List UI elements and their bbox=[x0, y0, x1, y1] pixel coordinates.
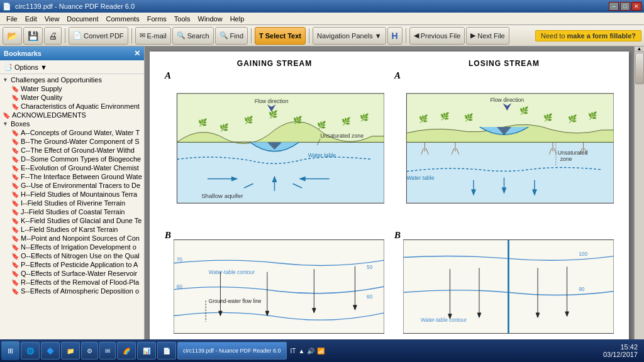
sidebar-item-water-supply[interactable]: 🔖 Water Supply bbox=[0, 84, 144, 93]
taskbar-icon-powerpoint[interactable]: 📊 bbox=[137, 342, 156, 359]
sidebar-item-aquatic[interactable]: 🔖 Characteristics of Aquatic Environment bbox=[0, 102, 144, 111]
sidebar-item-label: D--Some Common Types of Biogeoche bbox=[21, 155, 141, 163]
sidebar-item-label: G--Use of Environmental Tracers to De bbox=[21, 182, 140, 189]
taskbar-icon-pdf[interactable]: 📄 bbox=[157, 342, 176, 359]
minimize-button[interactable]: – bbox=[609, 2, 619, 11]
sidebar-item-box-p[interactable]: 🔖 P--Effects of Pesticide Application to… bbox=[0, 260, 144, 269]
scroll-up-button[interactable]: ▲ bbox=[635, 47, 644, 52]
h-button[interactable]: H bbox=[387, 27, 402, 45]
sidebar-item-boxes[interactable]: ▼ Boxes bbox=[0, 119, 144, 128]
sidebar-item-label: J--Field Studies of Coastal Terrain bbox=[21, 208, 125, 216]
select-text-button[interactable]: T Select Text bbox=[255, 27, 306, 45]
menu-help[interactable]: Help bbox=[226, 14, 248, 24]
page-icon: 🔖 bbox=[11, 235, 19, 242]
menu-view[interactable]: View bbox=[41, 14, 64, 24]
taskbar-icon-edge[interactable]: 🔷 bbox=[41, 342, 60, 359]
sidebar-item-challenges[interactable]: ▼ Challenges and Opportunities bbox=[0, 75, 144, 84]
sidebar-item-box-m[interactable]: 🔖 M--Point and Nonpoint Sources of Con bbox=[0, 234, 144, 243]
svg-text:50: 50 bbox=[367, 264, 373, 270]
page-icon: 🔖 bbox=[11, 94, 19, 101]
svg-text:70: 70 bbox=[177, 256, 183, 263]
sidebar-item-box-q[interactable]: 🔖 Q--Effects of Surface-Water Reservoir bbox=[0, 269, 144, 278]
expand-tray-icon[interactable]: ▲ bbox=[298, 348, 304, 354]
next-file-button[interactable]: ▶ Next File bbox=[466, 27, 509, 45]
sidebar-close-button[interactable]: ✕ bbox=[134, 49, 140, 58]
search-button[interactable]: 🔍 Search bbox=[172, 27, 214, 45]
taskbar-icon-settings[interactable]: ⚙ bbox=[81, 342, 98, 359]
taskbar-clock[interactable]: 15:42 03/12/2017 bbox=[603, 343, 643, 358]
svg-text:Flow direction: Flow direction bbox=[490, 97, 524, 103]
sidebar-item-box-i[interactable]: 🔖 I--Field Studies of Riverine Terrain bbox=[0, 199, 144, 207]
taskbar-icon-chrome[interactable]: 🌈 bbox=[117, 342, 136, 359]
svg-text:🌿: 🌿 bbox=[269, 110, 278, 119]
sidebar-item-box-h[interactable]: 🔖 H--Field Studies of Mountainous Terra bbox=[0, 190, 144, 199]
sidebar-item-box-l[interactable]: 🔖 L--Field Studies of Karst Terrain bbox=[0, 225, 144, 234]
email-button[interactable]: ✉ E-mail bbox=[135, 27, 171, 45]
open-button[interactable]: 📂 bbox=[3, 27, 22, 45]
navigation-panels-button[interactable]: Navigation Panels ▼ bbox=[313, 27, 386, 45]
sidebar-item-label: Boxes bbox=[11, 120, 30, 128]
previous-file-button[interactable]: ◀ Previous File bbox=[409, 27, 465, 45]
taskbar-icon-ie[interactable]: 🌐 bbox=[21, 342, 40, 359]
convert-pdf-button[interactable]: 📄 Convert PDF bbox=[69, 27, 128, 45]
select-text-label: Select Text bbox=[265, 32, 301, 40]
page-icon: 🔖 bbox=[3, 112, 10, 119]
menu-window[interactable]: Window bbox=[194, 14, 226, 24]
page-icon: 🔖 bbox=[11, 279, 19, 286]
sidebar-item-box-n[interactable]: 🔖 N--Effects of Irrigation Development o bbox=[0, 243, 144, 251]
menu-document[interactable]: Document bbox=[63, 14, 102, 24]
start-button[interactable]: ⊞ bbox=[1, 341, 19, 360]
menu-forms[interactable]: Forms bbox=[143, 14, 170, 24]
taskbar: ⊞ 🌐 🔷 📁 ⚙ ✉ 🌈 📊 📄 circ1139.pdf - Nuance … bbox=[0, 339, 644, 362]
sidebar-item-box-s[interactable]: 🔖 S--Effects of Atmospheric Deposition o bbox=[0, 287, 144, 295]
sidebar-item-box-r[interactable]: 🔖 R--Effects of the Removal of Flood-Pla bbox=[0, 278, 144, 287]
save-button[interactable]: 💾 bbox=[23, 27, 43, 45]
vertical-scrollbar[interactable]: ▲ ▼ bbox=[634, 47, 644, 348]
svg-text:90: 90 bbox=[579, 286, 585, 292]
sidebar-item-box-k[interactable]: 🔖 K--Field Studies of Glacial and Dune T… bbox=[0, 216, 144, 225]
title-text: circ1139.pdf - Nuance PDF Reader 6.0 bbox=[15, 3, 135, 10]
sidebar-item-box-c[interactable]: 🔖 C--The Effect of Ground-Water Withd bbox=[0, 146, 144, 155]
options-label: Options bbox=[14, 63, 38, 71]
svg-text:Unsaturated: Unsaturated bbox=[558, 150, 588, 156]
maximize-button[interactable]: □ bbox=[620, 2, 630, 11]
close-button[interactable]: ✕ bbox=[631, 2, 641, 11]
taskbar-pdf-reader[interactable]: circ1139.pdf - Nuance PDF Reader 6.0 bbox=[177, 342, 287, 359]
sidebar-item-box-b[interactable]: 🔖 B--The Ground-Water Component of S bbox=[0, 137, 144, 146]
sidebar-item-box-g[interactable]: 🔖 G--Use of Environmental Tracers to De bbox=[0, 181, 144, 190]
sidebar-item-box-j[interactable]: 🔖 J--Field Studies of Coastal Terrain bbox=[0, 207, 144, 216]
sidebar-options: 📑 Options ▼ bbox=[0, 60, 144, 74]
menu-edit[interactable]: Edit bbox=[21, 14, 41, 24]
print-button[interactable]: 🖨 bbox=[44, 27, 62, 45]
svg-text:60: 60 bbox=[177, 283, 183, 290]
sidebar-header: Bookmarks ✕ bbox=[0, 47, 144, 60]
scroll-thumb[interactable] bbox=[635, 53, 644, 84]
menu-comments[interactable]: Comments bbox=[103, 14, 143, 24]
page-icon: 🔖 bbox=[11, 138, 19, 145]
sidebar-item-label: K--Field Studies of Glacial and Dune Te bbox=[21, 217, 142, 224]
sidebar-item-box-o[interactable]: 🔖 O--Effects of Nitrogen Use on the Qual bbox=[0, 251, 144, 260]
sidebar-item-box-e[interactable]: 🔖 E--Evolution of Ground-Water Chemist bbox=[0, 163, 144, 172]
taskbar-icon-mail[interactable]: ✉ bbox=[99, 342, 116, 359]
sidebar-item-box-d[interactable]: 🔖 D--Some Common Types of Biogeoche bbox=[0, 155, 144, 163]
menu-tools[interactable]: Tools bbox=[170, 14, 194, 24]
options-dropdown[interactable]: 📑 Options ▼ bbox=[4, 63, 140, 71]
sidebar-item-box-f[interactable]: 🔖 F--The Interface Between Ground Wate bbox=[0, 172, 144, 181]
sidebar-item-water-quality[interactable]: 🔖 Water Quality bbox=[0, 93, 144, 102]
search-icon: 🔍 bbox=[177, 31, 186, 40]
right-contour-diagram: 100 90 Water-table contour bbox=[403, 230, 614, 343]
menu-file[interactable]: File bbox=[3, 14, 21, 24]
taskbar-icon-folder[interactable]: 📁 bbox=[61, 342, 80, 359]
sidebar-item-acknowledgments[interactable]: 🔖 ACKNOWLEDGMENTS bbox=[0, 111, 144, 119]
nuance-promo[interactable]: Need to make a form fillable? bbox=[535, 30, 641, 41]
sidebar-item-box-a[interactable]: 🔖 A--Concepts of Ground Water, Water T bbox=[0, 128, 144, 137]
find-icon: 🔍 bbox=[219, 31, 228, 40]
volume-icon[interactable]: 🔊 bbox=[307, 348, 314, 354]
network-icon[interactable]: 📶 bbox=[317, 348, 325, 354]
find-button[interactable]: 🔍 Find bbox=[215, 27, 248, 45]
svg-text:Shallow aquifer: Shallow aquifer bbox=[201, 192, 243, 199]
nuance-text: Need to bbox=[541, 32, 567, 40]
pdf-area: ▲ ▼ GAINING STREAM A bbox=[145, 47, 644, 362]
sidebar-item-label: Water Quality bbox=[21, 94, 62, 101]
separator-4 bbox=[309, 28, 309, 43]
